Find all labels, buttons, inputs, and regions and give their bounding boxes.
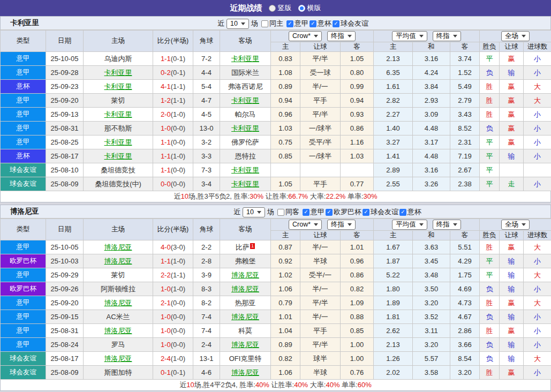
odds-value: 0.80 xyxy=(341,66,374,80)
team-link[interactable]: 博洛尼亚 xyxy=(104,243,132,251)
avg-source-select[interactable]: 平均值 xyxy=(392,220,427,230)
team-link[interactable]: 卡利亚里 xyxy=(104,152,132,160)
score-cell: 1-0(1-0) xyxy=(153,282,193,296)
team-link[interactable]: 博洛尼亚 xyxy=(231,271,259,279)
league-filter[interactable]: 意杯 xyxy=(310,19,331,28)
layout-option-vertical[interactable]: 竖版 xyxy=(269,3,292,13)
team-link[interactable]: OFI克里特 xyxy=(229,355,262,363)
league-checkbox[interactable] xyxy=(303,209,310,216)
scope-select[interactable]: 全场 xyxy=(501,220,530,230)
odds-value: 半/一 xyxy=(300,282,341,296)
col-odds-away: 客 xyxy=(341,231,374,240)
team-link[interactable]: 比萨 xyxy=(236,243,250,251)
avg-final-select[interactable]: 终指 xyxy=(433,220,461,230)
col-odds-home: 主 xyxy=(271,42,300,52)
score-cell: 2-1(0-0) xyxy=(153,296,193,310)
team-link[interactable]: 卡利亚里 xyxy=(104,138,132,146)
odds-source-select[interactable]: Crow* xyxy=(289,220,322,230)
odds-final-select[interactable]: 终指 xyxy=(327,31,356,41)
team-link[interactable]: 桑坦德竞技 xyxy=(101,166,135,174)
team-link[interactable]: 博洛尼亚 xyxy=(104,355,132,363)
team-link[interactable]: 弗洛西诺尼 xyxy=(228,82,263,91)
team-link[interactable]: 卡利亚里 xyxy=(231,96,259,104)
league-filter[interactable]: 球会友谊 xyxy=(333,19,368,28)
team-link[interactable]: 博洛尼亚 xyxy=(104,299,132,307)
team-link[interactable]: 博洛尼亚 xyxy=(231,285,259,293)
handicap-mark xyxy=(500,163,524,177)
result-mark: 平 xyxy=(480,149,500,163)
team-link[interactable]: 国际米兰 xyxy=(231,69,259,77)
avg-source-select[interactable]: 平均值 xyxy=(392,31,427,41)
odds-value: 0.96 xyxy=(271,108,300,122)
league-filter[interactable]: 意杯 xyxy=(399,207,421,217)
league-label: 意甲 xyxy=(311,207,324,217)
match-count-select[interactable]: 10 xyxy=(227,19,249,29)
team-link[interactable]: 博洛尼亚 xyxy=(231,368,259,376)
team-link[interactable]: 乌迪内斯 xyxy=(104,55,132,63)
same-venue-checkbox[interactable] xyxy=(277,209,284,216)
avg-odds-value: 1.41 xyxy=(374,149,413,163)
same-venue-filter[interactable]: 同客 xyxy=(277,207,299,217)
league-checkbox[interactable] xyxy=(310,20,316,27)
team-link[interactable]: 博洛尼亚 xyxy=(104,327,132,335)
chevron-down-icon xyxy=(453,35,457,37)
home-team-cell: 那不勒斯 xyxy=(84,122,153,135)
team-link[interactable]: 科莫 xyxy=(238,327,252,335)
league-label: 意甲 xyxy=(295,19,308,28)
rank-badge: 1 xyxy=(250,243,255,249)
avg-odds-value: 2.93 xyxy=(413,94,450,108)
league-filter[interactable]: 意甲 xyxy=(303,207,324,217)
team-link[interactable]: 帕尔马 xyxy=(235,110,256,118)
league-checkbox[interactable] xyxy=(399,209,406,216)
team-link[interactable]: 阿斯顿维拉 xyxy=(101,285,135,293)
league-checkbox[interactable] xyxy=(333,20,339,27)
radio-selected-icon[interactable] xyxy=(298,5,305,12)
layout-option-horizontal[interactable]: 横版 xyxy=(298,3,321,13)
team-link[interactable]: 弗赖堡 xyxy=(235,257,256,265)
team-link[interactable]: 卡利亚里 xyxy=(231,180,259,188)
odds-final-select[interactable]: 终指 xyxy=(327,220,356,230)
league-checkbox[interactable] xyxy=(363,209,369,216)
team-link[interactable]: 桑坦德竞技(中) xyxy=(95,180,141,188)
team-link[interactable]: 卡利亚里 xyxy=(104,82,132,91)
team-link[interactable]: 罗马 xyxy=(111,341,125,349)
league-checkbox[interactable] xyxy=(326,209,333,216)
team-link[interactable]: 莱切 xyxy=(111,271,125,279)
same-venue-filter[interactable]: 同主 xyxy=(261,19,283,28)
handicap-mark: 输 xyxy=(500,310,524,324)
team-link[interactable]: 热那亚 xyxy=(235,299,256,307)
team-link[interactable]: 佛罗伦萨 xyxy=(231,138,259,146)
league-checkbox[interactable] xyxy=(286,20,293,27)
team-link[interactable]: 那不勒斯 xyxy=(104,124,132,132)
odds-value: 0.76 xyxy=(341,366,374,380)
scope-select[interactable]: 全场 xyxy=(501,31,530,41)
record-summary: 近10场,胜3平5负2, 胜率:30% 让胜率:66.7% 大率:22.2% 单… xyxy=(0,191,551,202)
same-venue-checkbox[interactable] xyxy=(261,20,268,27)
team-link[interactable]: 卡利亚里 xyxy=(104,110,132,118)
team-link[interactable]: 卡利亚里 xyxy=(104,69,132,77)
team-link[interactable]: 博洛尼亚 xyxy=(231,313,259,321)
radio-icon[interactable] xyxy=(269,5,276,12)
team-link[interactable]: 博洛尼亚 xyxy=(231,341,259,349)
result-mark: 负 xyxy=(480,122,500,135)
team-link[interactable]: 卡利亚里 xyxy=(231,166,259,174)
league-filter[interactable]: 欧罗巴杯 xyxy=(326,207,361,217)
team-link[interactable]: 莱切 xyxy=(111,96,125,104)
corner-cell: 7-3 xyxy=(193,163,220,177)
league-filter[interactable]: 意甲 xyxy=(286,19,308,28)
odds-value: 0.94 xyxy=(341,94,374,108)
team-link[interactable]: 博洛尼亚 xyxy=(104,257,132,265)
odds-source-select[interactable]: Crow* xyxy=(289,31,322,41)
league-filter[interactable]: 球会友谊 xyxy=(363,207,398,217)
team-link[interactable]: 卡利亚里 xyxy=(231,55,259,63)
avg-odds-value: 8.52 xyxy=(450,122,480,135)
col-avg-draw: 和 xyxy=(413,42,450,52)
team-link[interactable]: 卡利亚里 xyxy=(231,124,259,132)
match-count-select[interactable]: 10 xyxy=(243,207,265,217)
team-link[interactable]: 恩特拉 xyxy=(235,152,256,160)
avg-final-select[interactable]: 终指 xyxy=(433,31,461,41)
corner-cell: 13-0 xyxy=(193,122,220,135)
team-link[interactable]: 斯图加特 xyxy=(104,368,132,376)
near-label: 近 xyxy=(233,207,240,217)
team-link[interactable]: AC米兰 xyxy=(106,313,130,321)
